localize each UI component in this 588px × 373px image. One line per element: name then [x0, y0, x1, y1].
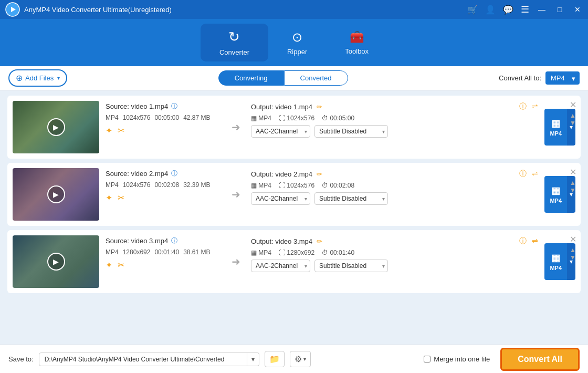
trim-icon-1[interactable]: ✂	[118, 126, 124, 136]
format-select[interactable]: MP4 MKV AVI MOV	[545, 71, 580, 85]
play-button-1[interactable]: ▶	[47, 118, 65, 136]
output-header-right-3: ⓘ ⇌	[519, 236, 538, 246]
audio-select-2[interactable]: AAC-2Channel AAC-2Channel	[251, 192, 310, 205]
output-info-icon-1[interactable]: ⓘ	[519, 102, 527, 111]
toolbar-tabs: Converting Converted	[72, 70, 494, 86]
output-info-icon-2[interactable]: ⓘ	[519, 169, 527, 179]
trim-icon-3[interactable]: ✂	[118, 260, 124, 270]
file-size-3: 38.61 MB	[183, 248, 210, 256]
mp4-icon-1: ▦	[551, 118, 560, 129]
close-button[interactable]: ✕	[572, 5, 583, 14]
tab-converted[interactable]: Converted	[284, 70, 348, 86]
output-label-1: Output: video 1.mp4	[251, 103, 312, 111]
remove-icon-1[interactable]: ✕	[570, 100, 576, 110]
titlebar-left: AnyMP4 Video Converter Ultimate(Unregist…	[5, 2, 172, 17]
source-info-icon-1[interactable]: ⓘ	[171, 102, 177, 111]
menu-icon[interactable]: ☰	[521, 4, 529, 15]
nav-converter[interactable]: ↻ Converter	[201, 24, 268, 61]
audio-select-3[interactable]: AAC-2Channel AAC-2Channel	[251, 260, 310, 272]
edit-icon-1[interactable]: ✏	[317, 103, 322, 111]
output-info-icon-3[interactable]: ⓘ	[519, 236, 527, 246]
merge-checkbox[interactable]	[424, 356, 430, 362]
remove-icon-2[interactable]: ✕	[570, 167, 576, 177]
file-size-1: 42.87 MB	[183, 114, 210, 121]
add-files-dropdown-icon[interactable]: ▾	[57, 75, 60, 81]
minimize-button[interactable]: —	[537, 5, 547, 14]
move-up-icon-2[interactable]: ▲	[570, 179, 576, 186]
subtitle-select-3[interactable]: Subtitle Disabled	[314, 260, 388, 272]
output-col-2: Output: video 2.mp4 ✏ ⓘ ⇌ ▦ MP4 ⛶ 1024x5…	[251, 168, 538, 221]
output-adjust-icon-3[interactable]: ⇌	[532, 236, 538, 246]
move-down-icon-2[interactable]: ▼	[570, 186, 576, 194]
edit-icon-2[interactable]: ✏	[317, 170, 322, 178]
account-icon[interactable]: 👤	[485, 5, 496, 15]
edit-icon-3[interactable]: ✏	[317, 237, 322, 245]
settings-dropdown-icon: ▾	[303, 356, 306, 362]
mp4-icon-2: ▦	[551, 185, 560, 196]
file-card-3: ▶ Source: video 3.mp4 ⓘ MP4 1280x692 00:…	[7, 230, 581, 293]
out-resolution-3: ⛶ 1280x692	[279, 249, 314, 256]
play-button-2[interactable]: ▶	[47, 185, 65, 203]
app-logo	[5, 2, 20, 17]
file-size-2: 32.39 MB	[183, 181, 210, 189]
save-path-input[interactable]	[39, 353, 247, 366]
star-icon-1[interactable]: ✦	[106, 126, 112, 136]
file-duration-2: 00:02:08	[154, 181, 179, 189]
arrow-1: ➜	[227, 101, 245, 153]
card-controls-2: ✕ ▲ ▼	[570, 167, 576, 194]
file-resolution-1: 1024x576	[123, 114, 151, 121]
open-folder-button[interactable]: 📁	[265, 351, 285, 367]
output-format-button-3[interactable]: ▦ MP4	[544, 243, 567, 280]
source-info-icon-2[interactable]: ⓘ	[171, 169, 177, 178]
ripper-icon: ⊙	[292, 30, 302, 45]
out-duration-1: ⏱ 00:05:00	[322, 115, 354, 122]
arrow-3: ➜	[227, 235, 245, 288]
subtitle-select-1[interactable]: Subtitle Disabled	[314, 125, 388, 138]
nav-ripper[interactable]: ⊙ Ripper	[268, 25, 326, 61]
nav-toolbox[interactable]: 🧰 Toolbox	[326, 25, 387, 60]
trim-icon-2[interactable]: ✂	[118, 193, 124, 203]
output-controls-3: ▦ MP4 ⛶ 1280x692 ⏱ 00:01:40	[251, 249, 538, 256]
save-to-label: Save to:	[8, 355, 34, 363]
maximize-button[interactable]: □	[554, 5, 565, 14]
subtitle-select-wrap-3: Subtitle Disabled	[314, 260, 388, 272]
cart-icon[interactable]: 🛒	[467, 5, 478, 15]
source-label-3: Source: video 3.mp4 ⓘ	[106, 236, 221, 245]
gear-icon: ⚙	[295, 354, 302, 364]
out-resolution-2: ⛶ 1024x576	[279, 182, 314, 189]
file-meta-3: MP4 1280x692 00:01:40 38.61 MB	[106, 248, 221, 256]
output-adjust-icon-1[interactable]: ⇌	[532, 102, 538, 111]
output-format-button-2[interactable]: ▦ MP4	[544, 176, 567, 213]
source-text-1: Source: video 1.mp4	[106, 102, 168, 110]
plus-icon: ⊕	[16, 73, 23, 83]
output-header-right-2: ⓘ ⇌	[519, 169, 538, 179]
arrow-2: ➜	[227, 168, 245, 221]
tab-converting[interactable]: Converting	[218, 70, 284, 86]
move-up-icon-3[interactable]: ▲	[570, 246, 576, 254]
star-icon-3[interactable]: ✦	[106, 260, 112, 270]
toolbar: ⊕ Add Files ▾ Converting Converted Conve…	[0, 66, 588, 90]
play-button-3[interactable]: ▶	[47, 253, 65, 271]
subtitle-select-2[interactable]: Subtitle Disabled	[314, 192, 388, 205]
remove-icon-3[interactable]: ✕	[570, 234, 576, 244]
audio-select-wrap-2: AAC-2Channel AAC-2Channel	[251, 192, 310, 205]
output-adjust-icon-2[interactable]: ⇌	[532, 169, 538, 179]
convert-all-to-label: Convert All to:	[499, 74, 541, 82]
output-format-button-1[interactable]: ▦ MP4	[544, 109, 567, 146]
source-info-icon-3[interactable]: ⓘ	[171, 236, 177, 245]
add-files-button[interactable]: ⊕ Add Files ▾	[8, 69, 67, 87]
chat-icon[interactable]: 💬	[503, 5, 513, 15]
subtitle-select-wrap-2: Subtitle Disabled	[314, 192, 388, 205]
star-icon-2[interactable]: ✦	[106, 193, 112, 203]
convert-all-to-section: Convert All to: MP4 MKV AVI MOV	[499, 71, 580, 85]
output-header-right-1: ⓘ ⇌	[519, 102, 538, 111]
path-dropdown-button[interactable]: ▾	[247, 353, 259, 366]
move-up-icon-1[interactable]: ▲	[570, 112, 576, 119]
settings-button[interactable]: ⚙ ▾	[290, 351, 311, 367]
move-down-icon-1[interactable]: ▼	[570, 119, 576, 127]
file-info-3: Source: video 3.mp4 ⓘ MP4 1280x692 00:01…	[106, 235, 221, 288]
move-down-icon-3[interactable]: ▼	[570, 254, 576, 261]
out-format-badge-1: ▦ MP4	[251, 115, 271, 122]
audio-select-1[interactable]: AAC-2Channel AAC-2Channel	[251, 125, 310, 138]
convert-all-button[interactable]: Convert All	[500, 348, 580, 371]
